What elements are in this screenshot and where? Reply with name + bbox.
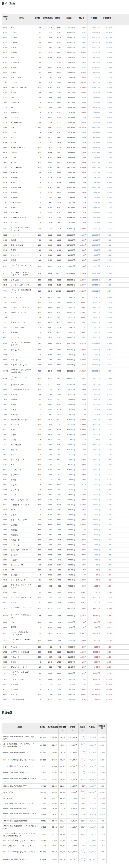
table-cell: 90円 [88, 562, 101, 567]
table-cell: 44,184円 [88, 55, 101, 60]
security-code: 3198 [2, 310, 10, 315]
column-header-sort[interactable]: 平均取得単価▼ [47, 723, 59, 734]
column-header-sort[interactable]: 評価損益率▼ [101, 14, 114, 25]
table-cell: 41,280円 [62, 130, 76, 135]
column-header-sort[interactable]: 平均取得単価▼ [42, 14, 53, 25]
table-cell: 393,000円 [62, 160, 76, 165]
table-cell: 4,148,132円 [62, 340, 76, 347]
table-row: 7762シチズン時計95521,0039,027円-54円4,059円81.70… [2, 200, 129, 205]
column-header-sort[interactable]: 基準価額▼ [59, 723, 67, 734]
table-cell: 19.72% [97, 806, 106, 811]
table-cell: -8,000円 [76, 417, 88, 422]
column-header-sort[interactable]: 現在値▼ [53, 14, 62, 25]
security-code: 7638 [2, 397, 10, 402]
table-cell: -12円 [78, 806, 87, 811]
column-header-sort[interactable]: 評価損益▼ [87, 723, 97, 734]
table-row: 2391プラネット71,1501,2558,785円7円735円9.13% [2, 487, 129, 492]
table-row: 9986蔵王産業121,1912,46629,592円-228円15,300円1… [2, 170, 129, 175]
table-cell [114, 513, 129, 518]
table-cell: 3,573円 [88, 180, 101, 185]
security-code: 2540 [2, 160, 10, 165]
security-name: eMAXIS Slim 米国株式(S&P500) [2, 769, 38, 776]
column-header-sort[interactable]: 銘柄コード▼ [2, 14, 10, 25]
table-cell: -2,100円 [76, 502, 88, 507]
table-cell: 68.28% [97, 784, 106, 789]
column-header-sort[interactable]: 銘柄名▼ [2, 723, 38, 734]
table-cell: 1,041 [42, 40, 53, 45]
table-cell: 12 [33, 120, 42, 125]
table-cell [114, 412, 129, 417]
table-cell [114, 30, 129, 35]
security-code: 6333 [2, 330, 10, 335]
security-name: ヤマハ発動機 [10, 442, 33, 447]
table-cell: 143.37% [101, 105, 114, 110]
table-cell [114, 462, 129, 467]
table-cell: 200 [33, 225, 42, 232]
security-name: ニッセイ日経225インデックスファンド [2, 764, 38, 769]
table-cell: 2,162 [53, 205, 62, 210]
table-cell: 81.70% [101, 200, 114, 205]
table-cell: -228円 [76, 170, 88, 175]
table-cell: 30 [33, 50, 42, 55]
security-code: 8079 [2, 522, 10, 527]
table-cell: 1,166 [53, 60, 62, 65]
table-cell: 172,932 [38, 769, 47, 776]
table-cell: 100 [33, 595, 42, 600]
table-cell: 229,801円 [87, 776, 97, 784]
table-cell: 107,500円 [88, 282, 101, 287]
column-header-sort[interactable]: 評価額▼ [62, 14, 76, 25]
table-cell: 4,140 [53, 110, 62, 115]
table-cell [114, 664, 129, 670]
table-cell [114, 248, 129, 253]
table-row: 6113アマダ97911,82116,384円22円9,266円130.15% [2, 140, 129, 145]
column-header-sort[interactable]: 評価損益率▼ [97, 723, 106, 734]
table-cell: 3,760 [53, 210, 62, 215]
security-name: 物語コーポレーション [10, 417, 33, 422]
security-code: 7004 [2, 412, 10, 417]
table-cell: 57,500円 [62, 472, 76, 477]
table-cell: 15.27 [42, 363, 53, 367]
security-code: 2124 [2, 105, 10, 110]
column-header-sort[interactable]: 保有数▼ [33, 14, 42, 25]
table-cell: 178.01% [101, 75, 114, 80]
table-cell: 869 [53, 452, 62, 457]
table-cell: 100 [33, 305, 42, 310]
table-cell: 76,624円 [88, 215, 101, 220]
column-header-sort[interactable]: 前日比▼ [78, 723, 87, 734]
table-row: 8593三菱HCキャピタル1005331,223122,250円-500円68,… [2, 145, 129, 150]
column-header-sort[interactable]: 銘柄名▼ [10, 14, 33, 25]
table-cell: 100 [33, 282, 42, 287]
table-cell: 13,784円 [62, 660, 76, 664]
table-cell: 33.26% [101, 363, 114, 367]
column-header-sort[interactable]: 前日比▼ [76, 14, 88, 25]
table-cell: 624円 [88, 407, 101, 412]
table-cell: 28.26% [101, 387, 114, 392]
column-header-sort[interactable]: 保有数▼ [38, 723, 47, 734]
table-cell: 1,426円 [62, 697, 76, 702]
table-cell: 503,200円 [62, 518, 76, 522]
table-cell: -8.12% [101, 625, 114, 630]
table-cell: 1,200円 [76, 232, 88, 238]
table-cell: 4 [33, 115, 42, 120]
column-header-sort[interactable]: 評価額▼ [67, 723, 78, 734]
table-cell: -500円 [76, 532, 88, 537]
table-cell: -400円 [76, 637, 88, 645]
security-code: 8584 [2, 253, 10, 258]
table-cell [114, 160, 129, 165]
security-code: 8008 [2, 660, 10, 664]
sort-desc-icon: ▼ [47, 729, 58, 732]
table-cell: 53.67% [101, 278, 114, 282]
table-cell: 2,334 [42, 190, 53, 195]
table-cell: 2,997 [42, 70, 53, 75]
table-cell: 1 [33, 682, 42, 687]
column-header-sort[interactable]: 評価損益▼ [88, 14, 101, 25]
security-name: 明豊エンター [10, 75, 33, 80]
table-cell: 1,110 [53, 442, 62, 447]
table-cell: 185円 [78, 776, 87, 784]
table-cell: 210 [33, 287, 42, 295]
table-cell: 1,721 [42, 572, 53, 578]
table-cell: 1,949 [53, 467, 62, 472]
security-name: eMAXIS Slim 先進国株式インデックス(除く日本) [2, 824, 38, 831]
table-cell: 66,665 [59, 789, 67, 796]
table-cell: 74,500円 [62, 557, 76, 562]
